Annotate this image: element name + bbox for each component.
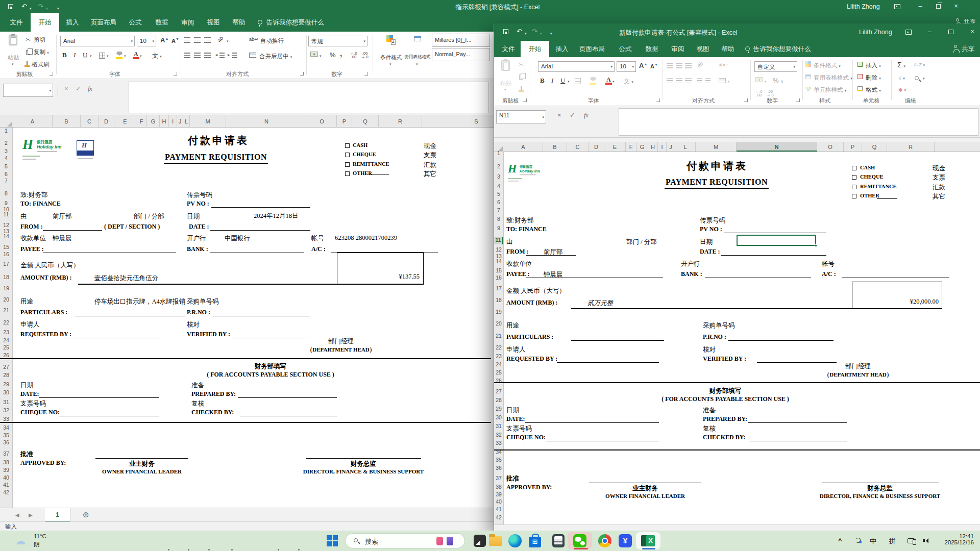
fill-handle[interactable] xyxy=(815,244,817,247)
font-name-select[interactable]: Arial▾ xyxy=(538,61,615,72)
row-header-30[interactable]: 30 xyxy=(0,389,12,397)
row-header-5[interactable]: 5 xyxy=(0,163,12,171)
column-header-N[interactable]: N xyxy=(226,115,307,127)
row-header-32[interactable]: 32 xyxy=(494,432,503,439)
row-header-3[interactable]: 3 xyxy=(494,173,503,181)
comma-style-icon[interactable]: , xyxy=(781,74,783,83)
font-size-select[interactable]: 10▾ xyxy=(137,36,156,46)
underline-dropdown-icon[interactable]: ▾ xyxy=(568,80,570,84)
decrease-font-size-icon[interactable]: A▼ xyxy=(172,37,179,44)
column-header-D[interactable]: D xyxy=(589,142,604,152)
hidden-icons-chevron[interactable]: ^ xyxy=(838,537,842,544)
clear-eraser-icon[interactable]: ◆ ▾ xyxy=(898,86,906,93)
column-header-E[interactable]: E xyxy=(604,142,626,152)
column-header-O[interactable]: O xyxy=(817,142,844,152)
font-dialog-launcher[interactable] xyxy=(656,98,660,102)
fill-color-icon[interactable] xyxy=(116,52,122,56)
name-box[interactable]: ▾ xyxy=(3,84,53,97)
tab-page-layout[interactable]: 页面布局 xyxy=(86,13,121,32)
wrap-text-button[interactable]: 自动换行 xyxy=(260,37,284,45)
tab-insert[interactable]: 插入 xyxy=(61,13,84,32)
close-button[interactable]: × xyxy=(950,2,962,11)
increase-decimal-icon[interactable]: ←.0.00 xyxy=(350,52,357,59)
copy-icon[interactable] xyxy=(519,74,523,80)
name-box[interactable]: N11▾ xyxy=(496,110,546,123)
accounting-format-icon[interactable]: ¥ xyxy=(755,77,763,82)
row-header-21[interactable]: 21 xyxy=(0,307,12,315)
row-header-29[interactable]: 29 xyxy=(0,381,12,389)
save-icon[interactable] xyxy=(503,29,508,34)
row-header-17[interactable]: 17 xyxy=(0,261,12,268)
column-header-G[interactable]: G xyxy=(636,142,648,152)
row-header-2[interactable]: 2 xyxy=(494,163,503,171)
sheet-nav-left-icon[interactable]: ◀ xyxy=(15,512,19,518)
row-header-24[interactable]: 24 xyxy=(0,337,12,345)
row-header-31[interactable]: 31 xyxy=(0,399,12,407)
tray-clock[interactable]: 12:41 2025/12/16 xyxy=(937,533,974,545)
fill-color-icon[interactable] xyxy=(590,77,596,81)
weather-widget[interactable]: ☁ 11°C 阴 xyxy=(12,531,79,551)
number-dialog-launcher[interactable] xyxy=(364,72,368,76)
column-header-M[interactable]: M xyxy=(696,142,737,152)
font-name-select[interactable]: Arial▾ xyxy=(60,36,135,46)
tab-page-layout[interactable]: 页面布局 xyxy=(574,41,610,57)
align-center-icon[interactable] xyxy=(194,53,201,58)
clipboard-dialog-launcher[interactable] xyxy=(523,98,527,102)
alignment-dialog-launcher[interactable] xyxy=(744,98,748,102)
calculator-icon[interactable] xyxy=(552,534,565,547)
clipboard-dialog-launcher[interactable] xyxy=(50,72,53,76)
find-select-icon[interactable] xyxy=(915,76,919,80)
phonetic-guide-button[interactable]: 文 ▾ xyxy=(624,77,633,86)
row-header-42[interactable]: 42 xyxy=(494,514,503,522)
decrease-indent-icon[interactable]: ◂ xyxy=(215,53,217,57)
align-middle-icon[interactable] xyxy=(194,37,201,43)
row-header-15[interactable]: 15 xyxy=(494,267,503,275)
row-header-1[interactable]: 1 xyxy=(0,128,12,135)
font-color-dropdown-icon[interactable]: ▾ xyxy=(140,54,142,58)
align-middle-icon[interactable] xyxy=(676,63,682,68)
minimize-button[interactable]: – xyxy=(924,27,935,36)
sort-filter-icon[interactable]: A↓Z ▾ xyxy=(914,62,925,67)
tab-data[interactable]: 数据 xyxy=(640,41,664,57)
autosum-icon[interactable]: Σ ▾ xyxy=(897,61,905,69)
row-header-40[interactable]: 40 xyxy=(494,498,503,506)
sync-tray-icon[interactable] xyxy=(855,538,861,543)
row-header-18[interactable]: 18 xyxy=(0,274,12,282)
qat-customize-icon[interactable]: ▾ xyxy=(550,30,552,37)
tab-view[interactable]: 视图 xyxy=(692,41,714,57)
row-header-18[interactable]: 18 xyxy=(494,297,503,305)
format-as-table-button[interactable]: 套用表格格式 ▾ xyxy=(814,74,852,82)
row-header-7[interactable]: 7 xyxy=(494,207,503,215)
row-header-35[interactable]: 35 xyxy=(494,457,503,464)
find-dropdown-icon[interactable]: ▾ xyxy=(923,77,925,81)
italic-button[interactable]: I xyxy=(551,77,553,85)
borders-icon[interactable] xyxy=(575,78,581,84)
bw-checkbox-2[interactable] xyxy=(345,162,350,167)
column-header-blank[interactable] xyxy=(935,142,980,152)
conditional-formatting-button[interactable]: 条件格式 ▾ xyxy=(814,62,841,69)
number-format-select[interactable]: 常规▾ xyxy=(308,36,368,46)
row-header-1[interactable]: 1 xyxy=(494,150,503,158)
select-all-corner[interactable] xyxy=(7,121,12,127)
row-header-17[interactable]: 17 xyxy=(494,285,503,293)
qat-customize-icon[interactable]: ▾ xyxy=(57,5,59,12)
borders-icon[interactable] xyxy=(99,53,105,59)
bold-button[interactable]: B xyxy=(540,77,545,85)
column-header-O[interactable]: O xyxy=(307,115,337,127)
sheet-tab-1[interactable]: 1 xyxy=(45,508,70,522)
align-center-icon[interactable] xyxy=(676,78,682,84)
excel-icon[interactable]: X xyxy=(641,534,655,547)
row-header-37[interactable]: 37 xyxy=(494,475,503,483)
share-button[interactable]: 共享 xyxy=(962,41,977,57)
increase-decimal-icon[interactable]: ←.0.00 xyxy=(755,90,763,97)
column-header-P[interactable]: P xyxy=(337,115,352,127)
tab-help[interactable]: 帮助 xyxy=(228,13,250,32)
row-header-34[interactable]: 34 xyxy=(0,424,12,432)
row-header-14[interactable]: 14 xyxy=(494,258,503,266)
decrease-font-size-icon[interactable]: A▼ xyxy=(650,63,658,69)
accounting-dropdown-icon[interactable]: ▾ xyxy=(320,54,322,58)
row-header-8[interactable]: 8 xyxy=(0,190,12,198)
alignment-dialog-launcher[interactable] xyxy=(300,72,304,76)
format-painter-icon[interactable] xyxy=(519,90,524,92)
column-header-I[interactable]: I xyxy=(169,115,177,127)
